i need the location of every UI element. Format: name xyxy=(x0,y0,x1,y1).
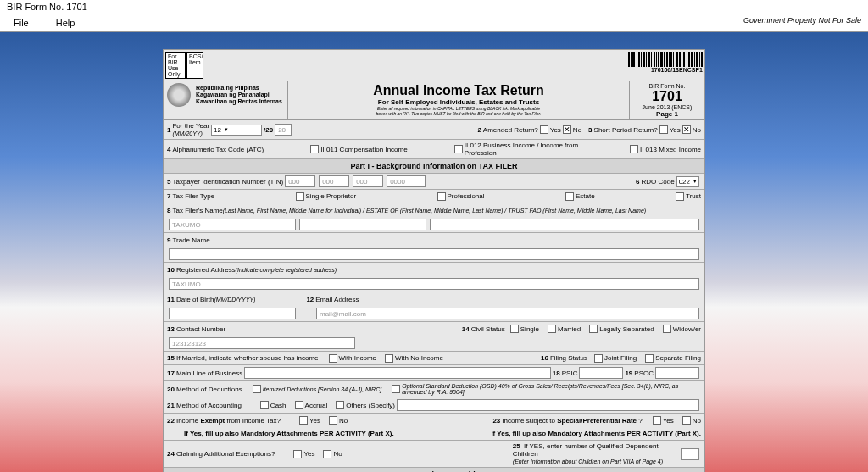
item-19-label: PSOC xyxy=(634,369,654,377)
year-month-select[interactable]: 12 xyxy=(211,125,262,136)
item-22-label: Income Exempt from Income Tax? xyxy=(176,417,281,425)
tin-3-input[interactable]: 000 xyxy=(353,175,383,187)
row-15: 15 If Married, indicate whether spouse h… xyxy=(164,352,704,365)
email-input[interactable]: mail@mail.com xyxy=(316,308,699,319)
short-no-cb[interactable] xyxy=(682,125,691,134)
acct-cash-label: Cash xyxy=(270,402,287,409)
spouse-noincome-cb[interactable] xyxy=(385,354,393,363)
tin-2-input[interactable]: 000 xyxy=(319,175,349,187)
item-20-num: 20 xyxy=(167,386,175,393)
deduct-osd-cb[interactable] xyxy=(392,385,400,393)
item-17-label: Main Line of Business xyxy=(176,369,242,377)
psic-input[interactable] xyxy=(579,367,623,379)
atc-012-label: II 012 Business Income / Income from Pro… xyxy=(465,142,583,157)
item-24-label: Claiming Additional Exemptions? xyxy=(176,450,275,458)
acct-accrual-cb[interactable] xyxy=(295,401,303,409)
business-line-input[interactable] xyxy=(244,367,551,379)
filing-sep-cb[interactable] xyxy=(645,354,654,363)
form-no-page: Page 1 xyxy=(632,110,703,118)
short-yes-cb[interactable] xyxy=(659,125,668,134)
spouse-withincome-cb[interactable] xyxy=(329,354,337,363)
row-1: 1 For the Year(MM/20YY) 12 /20 20 2 Amen… xyxy=(164,120,704,140)
atc-013-cb[interactable] xyxy=(630,145,638,153)
exempt-no-cb[interactable] xyxy=(329,416,337,425)
filer-lastname-input[interactable]: TAXUMO xyxy=(169,219,296,230)
dependent-children-input[interactable] xyxy=(681,448,699,460)
special-yes-cb[interactable] xyxy=(653,416,661,425)
no-label: No xyxy=(573,126,581,134)
yes-label: Yes xyxy=(550,126,561,134)
acct-others-cb[interactable] xyxy=(336,401,344,409)
rdo-code-select[interactable]: 022 xyxy=(676,176,699,187)
filer-prof-cb[interactable] xyxy=(437,192,446,201)
item-25-num: 25 xyxy=(513,442,520,450)
deduct-itemized-cb[interactable] xyxy=(253,385,261,393)
menu-file[interactable]: File xyxy=(0,16,42,30)
contact-input[interactable]: 123123123 xyxy=(169,337,355,349)
civil-widow-label: Widow/er xyxy=(673,325,701,333)
row-9-label: 9 Trade Name xyxy=(164,233,704,247)
item-8-num: 8 xyxy=(167,207,170,214)
yes-label-2: Yes xyxy=(670,126,681,134)
dob-input[interactable] xyxy=(169,308,296,319)
row-10-label: 10 Registered Address (Indicate complete… xyxy=(164,263,704,276)
item-14-num: 14 xyxy=(462,325,470,333)
row-22-sub: If Yes, fill up also Mandatory Attachmen… xyxy=(164,427,704,441)
item-16-label: Filing Status xyxy=(550,354,587,362)
row-9-input xyxy=(164,247,704,263)
menu-help[interactable]: Help xyxy=(42,16,89,30)
civil-single-cb[interactable] xyxy=(510,325,519,333)
row-11-label: 11 Date of Birth (MM/DD/YYYY) 12 Email A… xyxy=(164,292,704,306)
filer-trust-label: Trust xyxy=(686,192,701,200)
atc-012-cb[interactable] xyxy=(454,145,463,153)
item-2-label: Amended Return? xyxy=(483,126,538,134)
civil-married-cb[interactable] xyxy=(548,325,556,333)
filer-firstname-input[interactable] xyxy=(299,219,426,230)
item-21-label: Method of Accounting xyxy=(176,402,242,409)
tin-1-input[interactable]: 000 xyxy=(285,175,315,187)
amended-no-cb[interactable] xyxy=(563,125,571,134)
civil-ls-cb[interactable] xyxy=(589,325,598,333)
item-10-num: 10 xyxy=(167,266,175,274)
gov-property-label: Government Property Not For Sale xyxy=(743,16,868,30)
yes-label-4: Yes xyxy=(663,417,674,425)
amended-yes-cb[interactable] xyxy=(540,125,548,134)
year-yy-input[interactable]: 20 xyxy=(275,124,292,136)
civil-widow-cb[interactable] xyxy=(663,325,671,333)
filer-middlename-input[interactable] xyxy=(430,219,699,230)
atc-013-label: II 013 Mixed Income xyxy=(640,146,701,153)
exempt-yes-cb[interactable] xyxy=(299,416,308,425)
item-6-label: RDO Code xyxy=(642,178,675,186)
item-23-sub: If Yes, fill up also Mandatory Attachmen… xyxy=(474,430,701,437)
row-10-input: TAXUMO xyxy=(164,276,704,292)
civil-married-label: Married xyxy=(558,325,581,333)
bir-seal-icon xyxy=(167,83,191,107)
filer-sp-cb[interactable] xyxy=(296,192,304,201)
row-21: 21 Method of Accounting Cash Accrual Oth… xyxy=(164,397,704,414)
special-no-cb[interactable] xyxy=(682,416,691,425)
no-label-4: No xyxy=(693,417,701,425)
item-23-num: 23 xyxy=(492,417,500,425)
filer-estate-label: Estate xyxy=(576,192,595,200)
filer-trust-cb[interactable] xyxy=(676,192,684,201)
tin-4-input[interactable]: 0000 xyxy=(387,175,426,187)
civil-single-label: Single xyxy=(520,325,539,333)
item-19-num: 19 xyxy=(625,369,632,377)
addl-yes-cb[interactable] xyxy=(293,450,302,458)
address-input[interactable]: TAXUMO xyxy=(169,278,699,290)
acct-cash-cb[interactable] xyxy=(260,401,269,409)
filing-joint-cb[interactable] xyxy=(594,354,603,363)
psoc-input[interactable] xyxy=(655,367,699,379)
atc-011-cb[interactable] xyxy=(310,145,319,153)
item-22-sub: If Yes, fill up also Mandatory Attachmen… xyxy=(167,430,394,437)
item-7-label: Tax Filer Type xyxy=(172,192,214,200)
acct-others-input[interactable] xyxy=(397,399,699,411)
filer-estate-cb[interactable] xyxy=(565,192,574,201)
trade-name-input[interactable] xyxy=(169,248,699,260)
row-4: 4 Alphanumeric Tax Code (ATC) II 011 Com… xyxy=(164,140,704,159)
addl-no-cb[interactable] xyxy=(323,450,331,458)
title-row: Republika ng Pilipinas Kagawaran ng Pana… xyxy=(164,81,704,120)
title-center: Annual Income Tax Return For Self-Employ… xyxy=(287,81,630,119)
form-1701: For BIR Use Only BCS/ Item 170106/13ENCS… xyxy=(163,49,705,472)
item-8-hint: (Last Name, First Name, Middle Name for … xyxy=(223,208,646,214)
